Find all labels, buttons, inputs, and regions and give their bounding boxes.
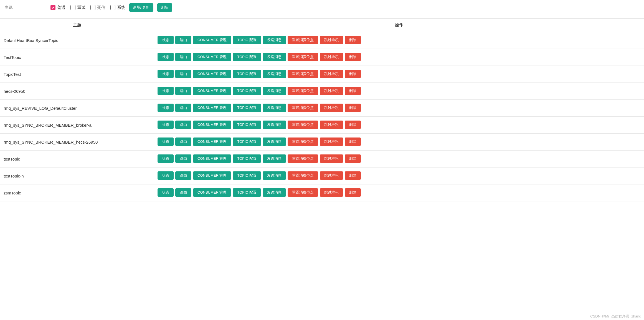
checkbox-系统[interactable]: 系统 <box>110 5 125 10</box>
topic-name-cell: TopicTest <box>0 66 154 83</box>
route-button[interactable]: 路由 <box>175 188 191 197</box>
reset-button[interactable]: 重置消费位点 <box>288 87 318 95</box>
consumer-button[interactable]: CONSUMER 管理 <box>193 87 231 95</box>
status-button[interactable]: 状态 <box>158 104 174 112</box>
delete-button[interactable]: 删除 <box>345 70 361 78</box>
reset-button[interactable]: 重置消费位点 <box>288 188 318 197</box>
delete-button[interactable]: 删除 <box>345 36 361 44</box>
delete-button[interactable]: 删除 <box>345 104 361 112</box>
status-button[interactable]: 状态 <box>158 53 174 61</box>
route-button[interactable]: 路由 <box>175 138 191 146</box>
send-button[interactable]: 发送消息 <box>263 171 286 180</box>
consumer-button[interactable]: CONSUMER 管理 <box>193 104 231 112</box>
route-button[interactable]: 路由 <box>175 154 191 163</box>
skip-button[interactable]: 跳过堆积 <box>320 154 343 163</box>
send-button[interactable]: 发送消息 <box>263 138 286 146</box>
reset-button[interactable]: 重置消费位点 <box>288 36 318 44</box>
status-button[interactable]: 状态 <box>158 36 174 44</box>
send-button[interactable]: 发送消息 <box>263 87 286 95</box>
skip-button[interactable]: 跳过堆积 <box>320 87 343 95</box>
config-button[interactable]: TOPIC 配置 <box>233 171 261 180</box>
table-row: rmq_sys_REVIVE_LOG_DefaultCluster状态路由CON… <box>0 100 644 117</box>
add-update-button[interactable]: 新增/ 更新 <box>129 3 153 12</box>
skip-button[interactable]: 跳过堆积 <box>320 36 343 44</box>
reset-button[interactable]: 重置消费位点 <box>288 70 318 78</box>
checkbox-死信[interactable]: 死信 <box>90 5 105 10</box>
consumer-button[interactable]: CONSUMER 管理 <box>193 36 231 44</box>
send-button[interactable]: 发送消息 <box>263 104 286 112</box>
reset-button[interactable]: 重置消费位点 <box>288 171 318 180</box>
status-button[interactable]: 状态 <box>158 171 174 180</box>
skip-button[interactable]: 跳过堆积 <box>320 104 343 112</box>
config-button[interactable]: TOPIC 配置 <box>233 87 261 95</box>
topic-actions-cell: 状态路由CONSUMER 管理TOPIC 配置发送消息重置消费位点跳过堆积删除 <box>154 117 644 134</box>
delete-button[interactable]: 删除 <box>345 53 361 61</box>
route-button[interactable]: 路由 <box>175 87 191 95</box>
topic-name-cell: DefaultHeartBeatSyncerTopic <box>0 32 154 49</box>
topic-name-cell: TestTopic <box>0 49 154 66</box>
route-button[interactable]: 路由 <box>175 104 191 112</box>
route-button[interactable]: 路由 <box>175 171 191 180</box>
filter-bar: 主题: 普通重试死信系统 新增/ 更新 刷新 <box>0 0 644 18</box>
refresh-button[interactable]: 刷新 <box>157 3 172 12</box>
skip-button[interactable]: 跳过堆积 <box>320 138 343 146</box>
send-button[interactable]: 发送消息 <box>263 70 286 78</box>
skip-button[interactable]: 跳过堆积 <box>320 53 343 61</box>
status-button[interactable]: 状态 <box>158 188 174 197</box>
table-row: rmq_sys_SYNC_BROKER_MEMBER_broker-a状态路由C… <box>0 117 644 134</box>
delete-button[interactable]: 删除 <box>345 154 361 163</box>
reset-button[interactable]: 重置消费位点 <box>288 121 318 129</box>
delete-button[interactable]: 删除 <box>345 121 361 129</box>
config-button[interactable]: TOPIC 配置 <box>233 104 261 112</box>
consumer-button[interactable]: CONSUMER 管理 <box>193 171 231 180</box>
delete-button[interactable]: 删除 <box>345 171 361 180</box>
table-header-actions: 操作 <box>154 19 644 32</box>
skip-button[interactable]: 跳过堆积 <box>320 121 343 129</box>
consumer-button[interactable]: CONSUMER 管理 <box>193 121 231 129</box>
table-row: zsmTopic状态路由CONSUMER 管理TOPIC 配置发送消息重置消费位… <box>0 184 644 201</box>
reset-button[interactable]: 重置消费位点 <box>288 154 318 163</box>
route-button[interactable]: 路由 <box>175 53 191 61</box>
send-button[interactable]: 发送消息 <box>263 53 286 61</box>
route-button[interactable]: 路由 <box>175 36 191 44</box>
consumer-button[interactable]: CONSUMER 管理 <box>193 138 231 146</box>
delete-button[interactable]: 删除 <box>345 87 361 95</box>
send-button[interactable]: 发送消息 <box>263 121 286 129</box>
route-button[interactable]: 路由 <box>175 70 191 78</box>
status-button[interactable]: 状态 <box>158 121 174 129</box>
delete-button[interactable]: 删除 <box>345 138 361 146</box>
consumer-button[interactable]: CONSUMER 管理 <box>193 53 231 61</box>
checkbox-普通[interactable]: 普通 <box>50 5 65 10</box>
config-button[interactable]: TOPIC 配置 <box>233 188 261 197</box>
config-button[interactable]: TOPIC 配置 <box>233 53 261 61</box>
send-button[interactable]: 发送消息 <box>263 188 286 197</box>
status-button[interactable]: 状态 <box>158 70 174 78</box>
send-button[interactable]: 发送消息 <box>263 154 286 163</box>
topic-name-cell: rmq_sys_REVIVE_LOG_DefaultCluster <box>0 100 154 117</box>
table-row: hecs-26950状态路由CONSUMER 管理TOPIC 配置发送消息重置消… <box>0 83 644 100</box>
consumer-button[interactable]: CONSUMER 管理 <box>193 70 231 78</box>
checkbox-重试[interactable]: 重试 <box>70 5 85 10</box>
status-button[interactable]: 状态 <box>158 138 174 146</box>
topic-filter-input[interactable] <box>16 5 43 10</box>
table-row: testTopic-n状态路由CONSUMER 管理TOPIC 配置发送消息重置… <box>0 168 644 184</box>
send-button[interactable]: 发送消息 <box>263 36 286 44</box>
skip-button[interactable]: 跳过堆积 <box>320 70 343 78</box>
config-button[interactable]: TOPIC 配置 <box>233 154 261 163</box>
topic-table: 主题 操作 DefaultHeartBeatSyncerTopic状态路由CON… <box>0 18 644 201</box>
config-button[interactable]: TOPIC 配置 <box>233 138 261 146</box>
skip-button[interactable]: 跳过堆积 <box>320 171 343 180</box>
delete-button[interactable]: 删除 <box>345 188 361 197</box>
config-button[interactable]: TOPIC 配置 <box>233 70 261 78</box>
status-button[interactable]: 状态 <box>158 154 174 163</box>
config-button[interactable]: TOPIC 配置 <box>233 36 261 44</box>
skip-button[interactable]: 跳过堆积 <box>320 188 343 197</box>
status-button[interactable]: 状态 <box>158 87 174 95</box>
reset-button[interactable]: 重置消费位点 <box>288 53 318 61</box>
route-button[interactable]: 路由 <box>175 121 191 129</box>
config-button[interactable]: TOPIC 配置 <box>233 121 261 129</box>
reset-button[interactable]: 重置消费位点 <box>288 104 318 112</box>
reset-button[interactable]: 重置消费位点 <box>288 138 318 146</box>
consumer-button[interactable]: CONSUMER 管理 <box>193 154 231 163</box>
consumer-button[interactable]: CONSUMER 管理 <box>193 188 231 197</box>
